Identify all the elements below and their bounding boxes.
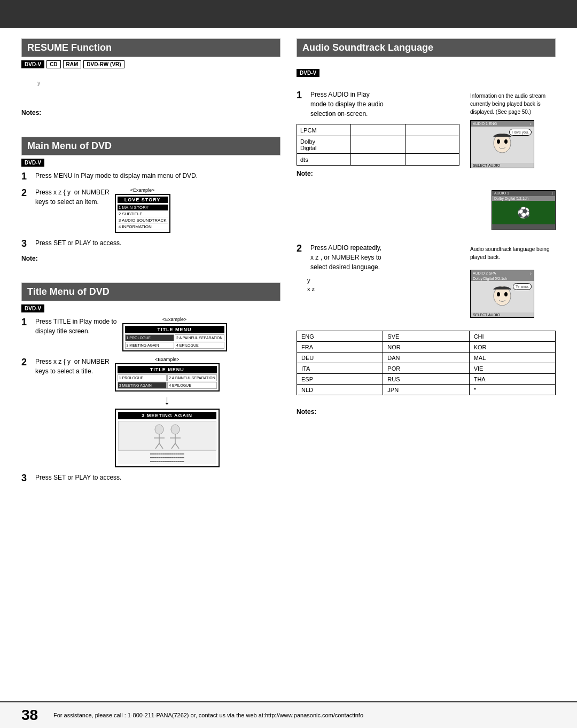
- audio-cell-lpcm-3: [405, 124, 459, 136]
- soccer-header: AUDIO 1 ♩: [492, 191, 555, 196]
- audio-step2-right: Audio soundtrack language being played b…: [470, 243, 556, 318]
- manga-content-2: Te amo.: [471, 281, 534, 312]
- title-menu-header-2: TITLE MENU: [118, 366, 217, 373]
- main-step-1: 1 Press MENU in Play mode to display mai…: [21, 171, 280, 182]
- page-wrapper: RESUME Function DVD-V CD RAM DVD-RW (VR)…: [0, 0, 577, 728]
- main-step-3: 3 Press SET or PLAY to access.: [21, 238, 280, 249]
- title-step-1-content: Press TITLE in Play mode todisplay title…: [35, 317, 227, 351]
- audio-side-text-1: Information on the audio stream currentl…: [470, 92, 556, 116]
- audio-badges: DVD-V: [297, 69, 556, 77]
- audio-step-1: 1 Press AUDIO in Playmode to display the…: [297, 90, 459, 119]
- lang-eng: ENG: [297, 331, 383, 342]
- soccer-footer: [492, 224, 555, 230]
- audio-step-2: 2 Press AUDIO repeatedly,x z , or NUMBER…: [297, 243, 459, 272]
- lang-tha: THA: [469, 374, 555, 385]
- manga-content-1: I love you.: [471, 127, 534, 163]
- badge-dvdrw: DVD-RW (VR): [83, 60, 124, 68]
- audio-cell-dts-2: [351, 154, 405, 166]
- svg-point-5: [171, 425, 180, 434]
- example-menu-1: LOVE STORY 1 MAIN STORY 2 SUBTITLE 3 AUD…: [115, 194, 170, 233]
- lang-esp: ESP: [297, 374, 383, 385]
- lang-nor: NOR: [383, 342, 469, 353]
- lang-row-2: FRA NOR KOR: [297, 342, 556, 353]
- title-menu-header: Title Menu of DVD: [21, 283, 280, 301]
- main-menu-steps: 1 Press MENU in Play mode to display mai…: [21, 171, 280, 249]
- audio-cell-dolby: DolbyDigital: [297, 136, 351, 154]
- lang-row-1: ENG SVE CHI: [297, 331, 556, 342]
- audio-options-table: LPCM DolbyDigital dts: [297, 124, 459, 166]
- manga-display-1: AUDIO 1 ENG ♪ I: [470, 120, 534, 168]
- lang-kor: KOR: [469, 342, 555, 353]
- audio-step2-row: 2 Press AUDIO repeatedly,x z , or NUMBER…: [297, 243, 556, 318]
- soccer-audio-type: Dolby Digital 5/2.1ch: [492, 196, 555, 201]
- step-num-3: 3: [21, 238, 31, 249]
- lang-nld: NLD: [297, 385, 383, 395]
- manga-bubble-1: I love you.: [509, 129, 532, 136]
- title-example-1: <Example> TITLE MENU 1 PROLOGUE 2 A PAIN…: [122, 317, 227, 351]
- title-example-label-1: <Example>: [122, 317, 227, 322]
- audio-cell-dts-3: [405, 154, 459, 166]
- manga-display-2: AUDIO 2 SPA ♪ Dolby Digital 5/2.1ch: [470, 270, 534, 318]
- lang-rus: RUS: [383, 374, 469, 385]
- step-3-content: Press SET or PLAY to access.: [35, 238, 280, 248]
- arrow-down: ↓: [115, 394, 220, 406]
- title-step-3: 3 Press SET or PLAY to access.: [21, 473, 280, 484]
- manga-audio-type-2: Dolby Digital 5/2.1ch: [471, 276, 534, 281]
- title-step-1-text: Press TITLE in Play mode todisplay title…: [35, 317, 117, 336]
- soccer-audio-label: AUDIO 1: [494, 191, 509, 195]
- resume-header: RESUME Function: [21, 38, 280, 57]
- audio-step1-right: Information on the audio stream currentl…: [470, 90, 556, 168]
- title-step-3-text: Press SET or PLAY to access.: [35, 473, 280, 482]
- audio-step-num-1: 1: [297, 90, 306, 101]
- soccer-music-icon: ♩: [551, 191, 553, 195]
- main-badge-dvdv: DVD-V: [21, 159, 44, 167]
- content-area: RESUME Function DVD-V CD RAM DVD-RW (VR)…: [0, 28, 577, 701]
- lang-jpn: JPN: [383, 385, 469, 395]
- audio-row-dolby: DolbyDigital: [297, 136, 459, 154]
- y-arrow: y: [307, 277, 459, 284]
- title-menu-box-1: TITLE MENU 1 PROLOGUE 2 A PAINFUL SEPARA…: [122, 323, 227, 351]
- title-step-2: 2 Press x z { y or NUMBERkeys to select …: [21, 357, 280, 467]
- step-2-text: Press x z { y or NUMBERkeys to select an…: [35, 187, 110, 207]
- resume-notes: Notes:: [21, 109, 280, 116]
- main-menu-section: Main Menu of DVD DVD-V 1 Press MENU in P…: [21, 137, 280, 262]
- title-menu-header-1: TITLE MENU: [125, 326, 224, 333]
- main-menu-badges: DVD-V: [21, 159, 280, 167]
- title-example-label-2: <Example>: [115, 357, 220, 362]
- manga-music-icon-2: ♪: [530, 271, 532, 275]
- step-2-content: Press x z { y or NUMBERkeys to select an…: [35, 187, 170, 233]
- menu-item-2: 2 SUBTITLE: [118, 211, 168, 217]
- menu-item-1: 1 MAIN STORY: [118, 205, 168, 211]
- manga-footer-2: SELECT AUDIO: [471, 312, 534, 317]
- soccer-row: AUDIO 1 ♩ Dolby Digital 5/2.1ch ⚽: [297, 190, 556, 230]
- manga-character-svg: [146, 423, 189, 449]
- lang-row-5: ESP RUS THA: [297, 374, 556, 385]
- lang-deu: DEU: [297, 353, 383, 363]
- title-menu-section: Title Menu of DVD DVD-V 1 Press TITLE in…: [21, 283, 280, 489]
- manga-header-2: AUDIO 2 SPA ♪: [471, 270, 534, 276]
- lang-mal: MAL: [469, 353, 555, 363]
- lang-row-3: DEU DAN MAL: [297, 353, 556, 363]
- audio-notes: Notes:: [297, 408, 556, 416]
- example-menu-title-1: LOVE STORY: [118, 197, 168, 203]
- svg-line-8: [171, 443, 175, 449]
- lang-row-4: ITA POR VIE: [297, 363, 556, 374]
- step-num-2: 2: [21, 187, 31, 199]
- lang-ita: ITA: [297, 363, 383, 374]
- title-menu-box-2: TITLE MENU 1 PROLOGUE 2 A PAINFUL SEPARA…: [115, 363, 220, 392]
- example-menu-items: 1 MAIN STORY 2 SUBTITLE 3 AUDIO SOUNDTRA…: [118, 205, 168, 230]
- audio-step1-left: 1 Press AUDIO in Playmode to display the…: [297, 90, 459, 177]
- svg-point-15: [504, 292, 508, 296]
- title-large-header: 3 MEETING AGAIN: [118, 412, 216, 419]
- manga-footer-1: SELECT AUDIO: [471, 163, 534, 168]
- character-illustration: [118, 421, 216, 450]
- manga-audio-label: AUDIO 1 ENG: [473, 122, 497, 126]
- audio-badge-dvdv: DVD-V: [297, 69, 319, 77]
- svg-point-14: [497, 292, 500, 296]
- audio-step2-left: 2 Press AUDIO repeatedly,x z , or NUMBER…: [297, 243, 459, 293]
- right-column: Audio Soundtrack Language DVD-V 1 Press …: [297, 38, 556, 691]
- svg-line-9: [175, 443, 179, 449]
- title-step-num-3: 3: [21, 473, 31, 484]
- lang-row-6: NLD JPN *: [297, 385, 556, 395]
- lang-dan: DAN: [383, 353, 469, 363]
